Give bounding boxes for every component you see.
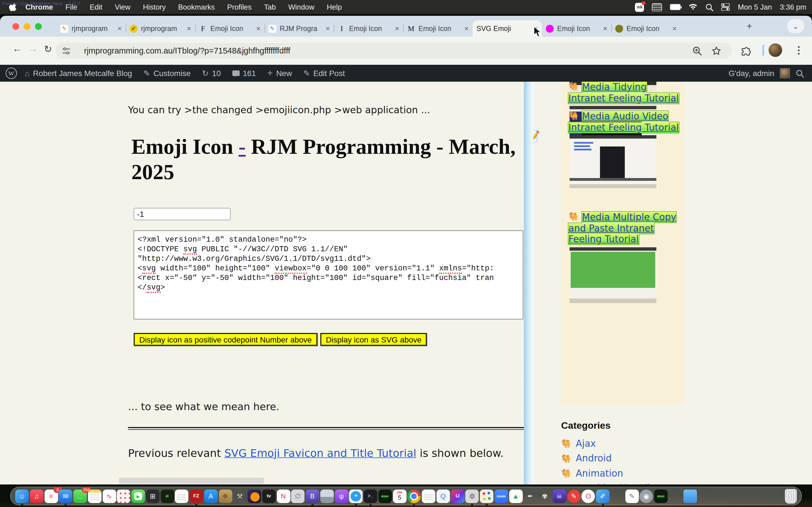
dock-item[interactable] [669, 489, 682, 503]
keyboard-input-icon[interactable] [652, 3, 662, 11]
dock-item[interactable] [770, 489, 784, 503]
dock-item[interactable]: ❖ [218, 489, 232, 503]
tab-close-icon[interactable]: × [395, 24, 399, 33]
dock-item[interactable]: A [204, 489, 218, 503]
dock-item[interactable] [117, 489, 131, 503]
dock-item[interactable]: FZ [190, 489, 203, 503]
display-svg-button[interactable]: Display icon as SVG above [320, 333, 427, 346]
dock-item[interactable] [698, 489, 711, 503]
tab-close-icon[interactable]: × [326, 24, 330, 33]
url-text[interactable]: rjmprogramming.com.au/ITblog/?p=71548&jg… [84, 46, 290, 55]
title-dash-link[interactable]: - [239, 135, 246, 158]
window-controls[interactable] [12, 23, 42, 30]
zoom-page-icon[interactable] [693, 46, 702, 56]
dock-item[interactable]: ♫ [30, 489, 43, 503]
minimize-window-button[interactable] [24, 23, 31, 30]
codepoint-input[interactable]: -1 [134, 208, 231, 220]
dock-item[interactable]: exec [378, 489, 392, 503]
tutorial-thumbnail[interactable] [569, 135, 656, 188]
close-window-button[interactable] [12, 23, 19, 30]
zoom-window-button[interactable] [35, 23, 42, 30]
dock-item[interactable]: ▲ [509, 489, 522, 503]
battery-icon[interactable] [670, 4, 681, 10]
dock-item[interactable] [683, 489, 697, 503]
browser-tab[interactable]: F Emoji Icon × [195, 20, 264, 37]
dock-item[interactable] [756, 489, 769, 503]
dock-item[interactable] [712, 489, 726, 503]
browser-tab[interactable]: M Emoji Icon × [403, 20, 472, 37]
profile-avatar[interactable] [769, 43, 782, 57]
tab-close-icon[interactable]: × [187, 24, 191, 33]
tutorial-link[interactable]: Media Audio Video Intranet Feeling Tutor… [568, 111, 679, 133]
address-bar[interactable]: rjmprogramming.com.au/ITblog/?p=71548&jg… [55, 43, 732, 59]
menubar-menu-item[interactable]: Edit [90, 3, 102, 11]
admin-search-icon[interactable] [796, 69, 804, 77]
dock-item[interactable]: ∿ [102, 489, 116, 503]
menubar-menu-item[interactable]: Tab [264, 3, 276, 11]
browser-tab[interactable]: Emoji Icon × [611, 20, 680, 37]
display-codepoint-button[interactable]: Display icon as positive codepoint Numbe… [134, 333, 317, 346]
menubar-date[interactable]: Mon 5 Jan [738, 3, 772, 11]
dock-item[interactable] [248, 489, 261, 503]
admin-updates-link[interactable]: ↻ 10 [202, 69, 221, 78]
browser-tab[interactable]: Emoji Icon × [542, 20, 611, 37]
dock-item[interactable]: ▸ [132, 489, 145, 503]
dock-item[interactable]: ✎ [567, 489, 580, 503]
dock-item[interactable] [175, 489, 189, 503]
tab-close-icon[interactable]: × [256, 24, 260, 33]
dock-item[interactable]: ✒ [523, 489, 537, 503]
dock-item[interactable] [407, 489, 421, 503]
tab-close-icon[interactable]: × [672, 24, 677, 33]
wifi-icon[interactable] [689, 4, 698, 10]
control-center-icon[interactable] [721, 3, 730, 11]
dock-item[interactable]: ⚒ [233, 489, 247, 503]
bookmark-star-icon[interactable] [712, 46, 721, 56]
dock-item[interactable]: ☠ [553, 489, 566, 503]
menubar-menu-item[interactable]: Bookmarks [178, 3, 215, 11]
new-tab-button[interactable]: + [743, 20, 756, 33]
browser-tab[interactable]: I Emoji Icon × [334, 20, 403, 37]
spotlight-search-icon[interactable] [706, 3, 714, 11]
dock-item[interactable]: ✾ [538, 489, 552, 503]
tab-search-chevron-icon[interactable]: ⌄ [787, 19, 804, 33]
tutorial-link[interactable]: Media Tidying Intranet Feeling Tutorial [568, 82, 679, 103]
svg-code-box[interactable]: <?xml version="1.0" standalone="no"?><!D… [134, 230, 523, 320]
tab-close-icon[interactable]: × [117, 24, 122, 33]
svg-emoji-tutorial-link[interactable]: SVG Emoji Favicon and Title Tutorial [224, 447, 416, 459]
dock-item[interactable] [741, 489, 755, 503]
dock-item[interactable]: 5 JAN [393, 489, 406, 503]
browser-tab[interactable]: ✓ rjmprogram × [126, 20, 195, 37]
dock-item[interactable]: tv [262, 489, 276, 503]
dock-item[interactable]: … 204 [73, 489, 87, 503]
dock-item[interactable]: ✦ [349, 489, 363, 503]
menubar-menu-item[interactable]: Window [289, 3, 315, 11]
admin-site-link[interactable]: ⌂ Robert James Metcalfe Blog [25, 69, 132, 78]
category-link[interactable]: Android [576, 453, 612, 464]
back-button[interactable]: ← [12, 43, 22, 55]
dock-item[interactable]: ✐ [596, 489, 610, 503]
dock-item[interactable]: ◉ [640, 489, 653, 503]
greeting-text[interactable]: G'day, admin [728, 69, 774, 78]
menubar-menu-item[interactable]: History [143, 3, 166, 11]
dock-item[interactable]: zoom [495, 489, 508, 503]
admin-new-link[interactable]: + New [267, 68, 292, 79]
dock-item[interactable]: ∅ [291, 489, 305, 503]
browser-tab[interactable]: ✎ rjmprogram × [56, 20, 126, 37]
category-link[interactable]: Ajax [576, 438, 596, 449]
tab-close-icon[interactable]: × [464, 24, 469, 33]
dock-item[interactable]: O [581, 489, 595, 503]
dock-item[interactable]: ☺ [15, 489, 29, 503]
admin-customise-link[interactable]: ✎ Customise [144, 69, 191, 78]
tutorial-link[interactable]: Media Multiple Copy and Paste Intranet F… [568, 212, 676, 244]
dock-item[interactable] [785, 489, 797, 503]
dock-item[interactable]: ✉ [59, 489, 72, 503]
dock-item[interactable]: ⚙ [465, 489, 479, 503]
menubar-menu-item[interactable]: Profiles [227, 3, 252, 11]
menubar-menu-item[interactable]: Help [327, 3, 342, 11]
forward-button[interactable]: → [28, 43, 38, 55]
admin-avatar[interactable] [780, 68, 790, 78]
dock-item[interactable]: ψ [335, 489, 348, 503]
dock-item[interactable] [422, 489, 435, 503]
dock-item[interactable] [320, 489, 334, 503]
dock-item[interactable]: ≡ 3 [44, 489, 58, 503]
